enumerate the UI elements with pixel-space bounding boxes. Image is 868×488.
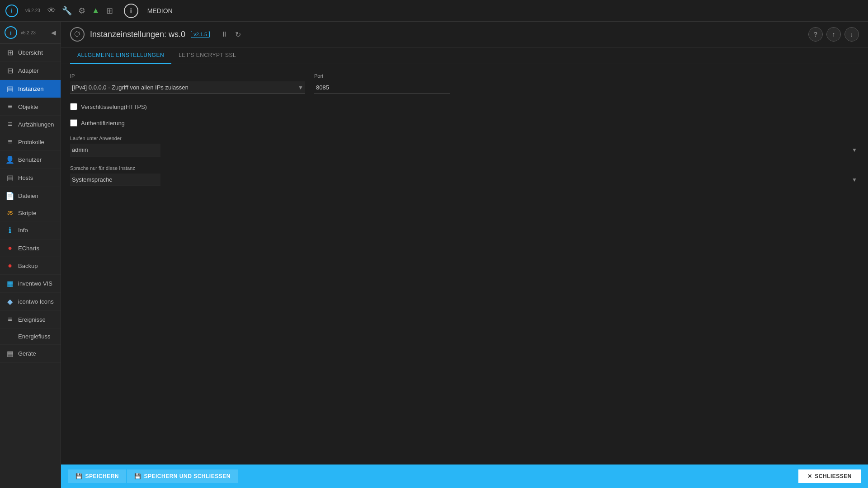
- sidebar-label-adapter: Adapter: [18, 67, 39, 74]
- run-as-select[interactable]: admin: [70, 144, 160, 156]
- sidebar-item-icontwo-icons[interactable]: ◆ icontwo Icons: [0, 293, 61, 311]
- auth-row: Authentifizierung: [70, 119, 859, 127]
- skripte-icon: JS: [5, 211, 14, 216]
- sidebar-item-ereignisse[interactable]: ≡ Ereignisse: [0, 311, 61, 328]
- sidebar-item-skripte[interactable]: JS Skripte: [0, 205, 61, 221]
- backup-icon: ●: [5, 262, 14, 270]
- topbar-device-logo: i: [124, 4, 138, 18]
- app-version: v6.2.23: [25, 8, 40, 13]
- language-label: Sprache nur für diese Instanz: [70, 165, 859, 171]
- sidebar-label-objekte: Objekte: [18, 103, 38, 110]
- sidebar-collapse-icon[interactable]: ◀: [51, 29, 56, 36]
- run-as-select-wrapper: admin ▼: [70, 144, 859, 156]
- ip-select[interactable]: [IPv4] 0.0.0.0 - Zugriff von allen IPs z…: [70, 81, 305, 94]
- save-close-button[interactable]: 💾 SPEICHERN UND SCHLIESSEN: [127, 469, 238, 483]
- ip-group: IP [IPv4] 0.0.0.0 - Zugriff von allen IP…: [70, 73, 305, 94]
- form-area: IP [IPv4] 0.0.0.0 - Zugriff von allen IP…: [61, 64, 868, 465]
- save-button[interactable]: 💾 SPEICHERN: [68, 469, 126, 483]
- inventwo-vis-icon: ▦: [5, 279, 14, 288]
- sidebar-item-adapter[interactable]: ⊟ Adapter: [0, 62, 61, 80]
- wrench-icon[interactable]: 🔧: [62, 6, 72, 16]
- port-input[interactable]: [314, 81, 450, 94]
- topbar-device-name: MEDION: [147, 7, 173, 14]
- protokolle-icon: ≡: [5, 138, 14, 146]
- sidebar-item-protokolle[interactable]: ≡ Protokolle: [0, 133, 61, 151]
- sidebar-label-energiefluss: Energiefluss: [18, 333, 51, 340]
- upload-button[interactable]: ↑: [826, 27, 841, 42]
- echarts-icon: ●: [5, 244, 14, 252]
- page-header: ⏱ Instanzeinstellungen: ws.0 v2.1.5 ⏸ ↻ …: [61, 22, 868, 47]
- aufzaehlungen-icon: ≡: [5, 120, 14, 128]
- power-icon[interactable]: ▲: [92, 6, 100, 15]
- sidebar-item-geraete[interactable]: ▤ Geräte: [0, 345, 61, 363]
- instanzen-icon: ▤: [5, 84, 14, 93]
- sidebar-label-inventwo-vis: inventwo VIS: [18, 280, 52, 287]
- download-button[interactable]: ↓: [844, 27, 859, 42]
- grid-icon[interactable]: ⊞: [106, 6, 113, 16]
- sidebar-item-objekte[interactable]: ≡ Objekte: [0, 98, 61, 116]
- sidebar-item-echarts[interactable]: ● ECharts: [0, 239, 61, 257]
- sidebar-item-backup[interactable]: ● Backup: [0, 257, 61, 275]
- port-group: Port: [314, 73, 450, 94]
- sidebar-label-hosts: Hosts: [18, 174, 33, 181]
- language-group: Sprache nur für diese Instanz Systemspra…: [70, 165, 859, 186]
- sidebar-item-energiefluss[interactable]: Energiefluss: [0, 328, 61, 345]
- geraete-icon: ▤: [5, 349, 14, 358]
- refresh-button[interactable]: ↻: [233, 28, 243, 41]
- save-icon: 💾: [75, 473, 83, 479]
- sidebar-item-dateien[interactable]: 📄 Dateien: [0, 187, 61, 205]
- sidebar-label-protokolle: Protokolle: [18, 139, 44, 145]
- sidebar-label-uebersicht: Übersicht: [18, 49, 43, 56]
- objekte-icon: ≡: [5, 103, 14, 111]
- close-label: SCHLIESSEN: [815, 473, 852, 479]
- sidebar-label-skripte: Skripte: [18, 210, 36, 216]
- sidebar-item-benutzer[interactable]: 👤 Benutzer: [0, 151, 61, 169]
- language-select[interactable]: Systemsprache: [70, 174, 160, 186]
- topbar-icons: 👁 🔧 ⚙ ▲ ⊞: [47, 6, 113, 16]
- sidebar-item-aufzaehlungen[interactable]: ≡ Aufzählungen: [0, 116, 61, 133]
- eye-icon[interactable]: 👁: [47, 6, 56, 15]
- tabs-bar: ALLGEMEINE EINSTELLUNGEN LET'S ENCRYPT S…: [61, 47, 868, 64]
- sidebar-item-uebersicht[interactable]: ⊞ Übersicht: [0, 44, 61, 62]
- ip-select-wrapper: [IPv4] 0.0.0.0 - Zugriff von allen IPs z…: [70, 81, 305, 94]
- close-button[interactable]: ✕ SCHLIESSEN: [798, 469, 861, 483]
- main-layout: i v6.2.23 ◀ ⊞ Übersicht ⊟ Adapter ▤ Inst…: [0, 22, 868, 488]
- footer: 💾 SPEICHERN 💾 SPEICHERN UND SCHLIESSEN ✕…: [61, 465, 868, 488]
- auth-checkbox[interactable]: [70, 119, 77, 127]
- sidebar-label-icontwo-icons: icontwo Icons: [18, 298, 54, 305]
- port-label: Port: [314, 73, 450, 79]
- auth-label[interactable]: Authentifizierung: [81, 120, 125, 127]
- pause-button[interactable]: ⏸: [219, 28, 230, 41]
- sidebar-label-aufzaehlungen: Aufzählungen: [18, 121, 54, 128]
- sidebar-label-benutzer: Benutzer: [18, 156, 42, 163]
- topbar: i v6.2.23 👁 🔧 ⚙ ▲ ⊞ i MEDION: [0, 0, 868, 22]
- https-row: Verschlüsselung(HTTPS): [70, 103, 859, 110]
- uebersicht-icon: ⊞: [5, 48, 14, 57]
- sidebar-label-info: Info: [18, 227, 28, 234]
- sidebar-item-hosts[interactable]: ▤ Hosts: [0, 169, 61, 187]
- clock-icon: ⏱: [74, 30, 81, 38]
- content-area: ⏱ Instanzeinstellungen: ws.0 v2.1.5 ⏸ ↻ …: [61, 22, 868, 488]
- gear-icon[interactable]: ⚙: [78, 6, 85, 16]
- benutzer-icon: 👤: [5, 155, 14, 164]
- run-as-arrow-icon: ▼: [852, 147, 857, 153]
- https-label[interactable]: Verschlüsselung(HTTPS): [81, 103, 147, 110]
- sidebar: i v6.2.23 ◀ ⊞ Übersicht ⊟ Adapter ▤ Inst…: [0, 22, 61, 488]
- dateien-icon: 📄: [5, 192, 14, 200]
- sidebar-label-ereignisse: Ereignisse: [18, 316, 46, 323]
- sidebar-item-instanzen[interactable]: ▤ Instanzen: [0, 80, 61, 98]
- run-as-label: Laufen unter Anwender: [70, 136, 859, 141]
- sidebar-header: i v6.2.23 ◀: [0, 22, 61, 44]
- tab-allgemeine[interactable]: ALLGEMEINE EINSTELLUNGEN: [70, 47, 171, 64]
- https-checkbox[interactable]: [70, 103, 77, 110]
- help-button[interactable]: ?: [808, 27, 823, 42]
- header-actions: ⏸ ↻: [219, 28, 243, 41]
- ip-label: IP: [70, 73, 305, 79]
- version-badge: v2.1.5: [191, 31, 210, 38]
- sidebar-item-info[interactable]: ℹ Info: [0, 221, 61, 239]
- tab-letsencrypt[interactable]: LET'S ENCRYPT SSL: [171, 47, 243, 64]
- sidebar-item-inventwo-vis[interactable]: ▦ inventwo VIS: [0, 275, 61, 293]
- save-label: SPEICHERN: [85, 473, 119, 479]
- sidebar-label-instanzen: Instanzen: [18, 85, 43, 92]
- page-header-icon: ⏱: [70, 27, 85, 42]
